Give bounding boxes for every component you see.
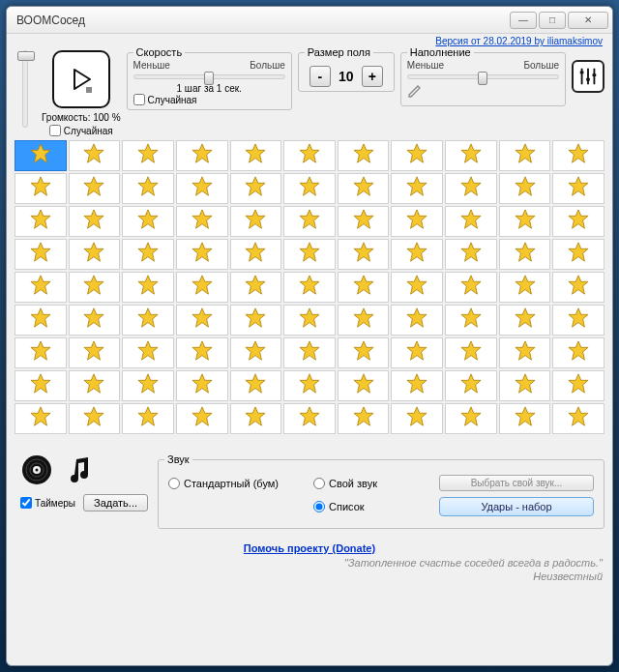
grid-cell[interactable]	[176, 239, 228, 270]
grid-cell[interactable]	[552, 206, 604, 237]
grid-cell[interactable]	[283, 206, 336, 237]
donate-link[interactable]: Помочь проекту (Donate)	[244, 542, 375, 554]
grid-cell[interactable]	[391, 272, 443, 303]
grid-cell[interactable]	[552, 239, 604, 270]
grid-cell[interactable]	[391, 370, 443, 401]
grid-cell[interactable]	[391, 305, 443, 336]
grid-cell[interactable]	[283, 272, 336, 303]
grid-cell[interactable]	[69, 305, 121, 336]
grid-cell[interactable]	[552, 305, 604, 336]
grid-cell[interactable]	[445, 239, 497, 270]
grid-cell[interactable]	[69, 272, 121, 303]
grid-cell[interactable]	[69, 370, 121, 401]
sound-list-radio[interactable]	[313, 501, 325, 512]
grid-cell[interactable]	[445, 403, 497, 434]
grid-cell[interactable]	[122, 370, 174, 401]
grid-cell[interactable]	[499, 337, 551, 368]
grid-cell[interactable]	[445, 272, 497, 303]
grid-cell[interactable]	[230, 337, 282, 368]
grid-cell[interactable]	[176, 337, 228, 368]
grid-cell[interactable]	[338, 272, 390, 303]
grid-cell[interactable]	[15, 173, 67, 204]
grid-cell[interactable]	[176, 173, 228, 204]
speed-slider[interactable]	[133, 74, 285, 79]
grid-cell[interactable]	[391, 239, 443, 270]
grid-cell[interactable]	[122, 272, 174, 303]
settings-button[interactable]	[572, 60, 604, 93]
music-note-icon[interactable]	[65, 453, 98, 486]
grid-cell[interactable]	[69, 403, 121, 434]
grid-cell[interactable]	[499, 403, 551, 434]
grid-cell[interactable]	[122, 305, 174, 336]
close-button[interactable]: ✕	[568, 12, 608, 29]
grid-cell[interactable]	[445, 206, 497, 237]
grid-cell[interactable]	[230, 272, 282, 303]
grid-cell[interactable]	[122, 337, 174, 368]
grid-cell[interactable]	[552, 370, 604, 401]
grid-cell[interactable]	[338, 337, 390, 368]
grid-cell[interactable]	[122, 140, 174, 171]
grid-cell[interactable]	[122, 206, 174, 237]
hits-set-button[interactable]: Удары - набор	[439, 497, 594, 516]
speed-thumb[interactable]	[204, 72, 214, 85]
timers-checkbox[interactable]	[20, 497, 32, 509]
grid-cell[interactable]	[176, 305, 228, 336]
version-link[interactable]: Версия от 28.02.2019 by iliamaksimov	[435, 36, 603, 46]
volume-thumb[interactable]	[17, 51, 35, 61]
grid-cell[interactable]	[283, 140, 336, 171]
grid-cell[interactable]	[283, 239, 336, 270]
grid-cell[interactable]	[69, 337, 121, 368]
vinyl-icon[interactable]	[20, 453, 53, 486]
grid-cell[interactable]	[552, 140, 604, 171]
grid-cell[interactable]	[552, 337, 604, 368]
fill-slider[interactable]	[407, 74, 559, 79]
grid-cell[interactable]	[499, 305, 551, 336]
grid-cell[interactable]	[15, 305, 67, 336]
grid-cell[interactable]	[69, 173, 121, 204]
timers-row[interactable]: Таймеры	[20, 497, 75, 509]
grid-cell[interactable]	[445, 370, 497, 401]
play-button[interactable]	[52, 50, 110, 108]
grid-cell[interactable]	[552, 403, 604, 434]
pencil-icon[interactable]	[407, 83, 559, 102]
grid-cell[interactable]	[391, 140, 443, 171]
grid-cell[interactable]	[283, 370, 336, 401]
volume-random-checkbox[interactable]	[49, 125, 61, 136]
sound-custom-radio[interactable]	[313, 478, 325, 489]
grid-cell[interactable]	[338, 173, 390, 204]
grid-cell[interactable]	[230, 206, 282, 237]
grid-cell[interactable]	[15, 206, 67, 237]
grid-cell[interactable]	[391, 206, 443, 237]
grid-cell[interactable]	[283, 173, 336, 204]
speed-random-row[interactable]: Случайная	[133, 94, 285, 105]
grid-cell[interactable]	[445, 140, 497, 171]
grid-cell[interactable]	[499, 239, 551, 270]
grid-cell[interactable]	[391, 403, 443, 434]
grid-cell[interactable]	[499, 140, 551, 171]
grid-cell[interactable]	[283, 305, 336, 336]
grid-cell[interactable]	[176, 370, 228, 401]
size-decrement-button[interactable]: -	[310, 66, 331, 87]
grid-cell[interactable]	[283, 403, 336, 434]
minimize-button[interactable]: —	[510, 12, 537, 29]
grid-cell[interactable]	[230, 305, 282, 336]
timers-set-button[interactable]: Задать...	[83, 494, 148, 511]
grid-cell[interactable]	[176, 272, 228, 303]
grid-cell[interactable]	[338, 140, 390, 171]
volume-random-row[interactable]: Случайная	[49, 125, 113, 136]
grid-cell[interactable]	[230, 403, 282, 434]
grid-cell[interactable]	[176, 206, 228, 237]
grid-cell[interactable]	[338, 239, 390, 270]
grid-cell[interactable]	[15, 403, 67, 434]
grid-cell[interactable]	[69, 140, 121, 171]
grid-cell[interactable]	[445, 173, 497, 204]
maximize-button[interactable]: □	[539, 12, 566, 29]
grid-cell[interactable]	[69, 206, 121, 237]
sound-standard-row[interactable]: Стандартный (бум)	[168, 478, 304, 489]
speed-random-checkbox[interactable]	[133, 94, 145, 105]
grid-cell[interactable]	[445, 305, 497, 336]
grid-cell[interactable]	[176, 403, 228, 434]
grid-cell[interactable]	[15, 239, 67, 270]
grid-cell[interactable]	[552, 272, 604, 303]
fill-thumb[interactable]	[478, 72, 487, 85]
